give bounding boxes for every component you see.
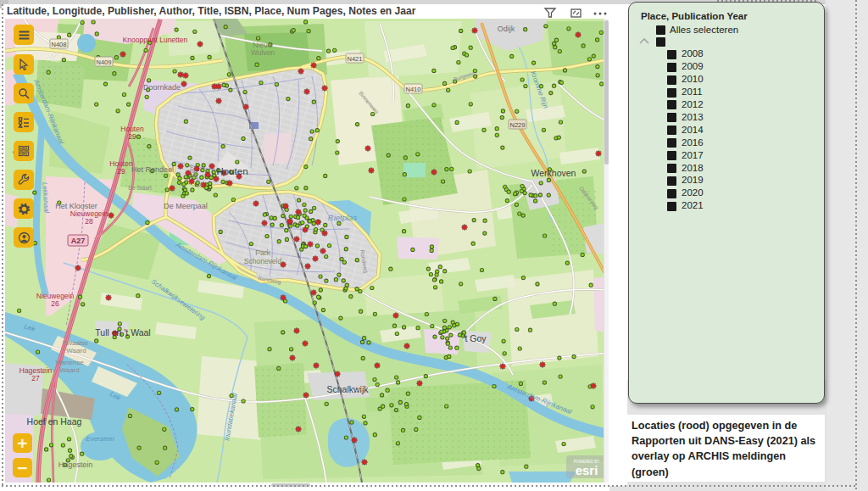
svg-text:Knooppunt Lunetten: Knooppunt Lunetten (123, 36, 188, 44)
svg-text:27: 27 (31, 374, 40, 382)
svg-text:De Staart: De Staart (128, 185, 152, 191)
svg-text:N409: N409 (97, 59, 112, 66)
svg-text:Everstein: Everstein (86, 435, 114, 443)
svg-text:29: 29 (117, 167, 125, 176)
svg-text:Het Klooster: Het Klooster (55, 202, 97, 210)
svg-text:Odijk: Odijk (498, 25, 515, 33)
svg-text:Het Rondeel: Het Rondeel (131, 165, 174, 174)
svg-text:Hagestein: Hagestein (58, 460, 93, 469)
svg-text:Park: Park (255, 248, 270, 257)
svg-text:Hoef en Haag: Hoef en Haag (27, 416, 82, 427)
svg-text:Schoneveld: Schoneveld (244, 257, 282, 265)
svg-text:N408: N408 (52, 41, 67, 48)
svg-text:28: 28 (85, 217, 93, 226)
svg-text:29: 29 (128, 132, 136, 141)
svg-text:Tull en 't Waal: Tull en 't Waal (95, 327, 150, 338)
svg-text:'tWaalse: 'tWaalse (63, 339, 89, 347)
svg-text:26: 26 (51, 299, 59, 308)
svg-text:Waard: Waard (59, 366, 79, 374)
svg-text:'t Goy: 't Goy (463, 333, 487, 343)
svg-text:Schalkwijk: Schalkwijk (326, 384, 369, 394)
svg-text:Wulven: Wulven (251, 48, 275, 57)
svg-text:Vianense: Vianense (55, 359, 84, 366)
svg-text:Rietplas: Rietplas (328, 213, 358, 222)
svg-text:N421: N421 (348, 55, 363, 63)
svg-text:A27: A27 (71, 237, 86, 245)
svg-text:Waard: Waard (66, 347, 86, 354)
svg-text:Doornkade: Doornkade (143, 83, 181, 92)
svg-text:Werkhoven: Werkhoven (531, 168, 576, 178)
svg-text:esri: esri (576, 463, 598, 477)
svg-text:Houten: Houten (216, 166, 248, 176)
svg-text:De Meerpaal: De Meerpaal (164, 202, 208, 210)
svg-text:N410: N410 (406, 86, 421, 93)
svg-text:N229: N229 (510, 121, 526, 129)
